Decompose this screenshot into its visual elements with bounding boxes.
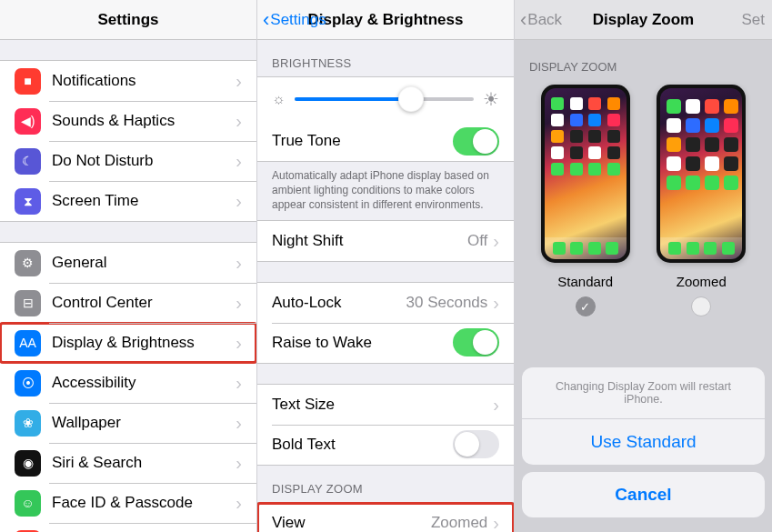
row-label: Sounds & Haptics [52, 112, 236, 130]
row-label: Control Center [52, 294, 236, 312]
faceid-icon: ☺ [15, 490, 41, 517]
chevron-right-icon: › [236, 334, 242, 352]
settings-row-siri-search[interactable]: ◉Siri & Search› [0, 443, 256, 483]
text-size-row[interactable]: Text Size › [257, 385, 514, 425]
standard-label: Standard [557, 274, 613, 289]
row-label: Screen Time [52, 192, 236, 210]
row-label: General [52, 254, 236, 272]
row-label: Display & Brightness [52, 334, 236, 352]
back-label: Back [527, 11, 562, 29]
row-label: Wallpaper [52, 414, 236, 432]
bold-text-toggle[interactable] [453, 430, 499, 458]
brightness-header: BRIGHTNESS [257, 40, 514, 76]
true-tone-toggle[interactable] [453, 127, 499, 156]
settings-row-control-center[interactable]: ⊟Control Center› [0, 283, 256, 323]
brightness-slider-row: ☼ ☀ [257, 77, 514, 121]
view-label: View [272, 514, 431, 532]
chevron-right-icon: › [493, 396, 499, 414]
back-button[interactable]: ‹ Back [520, 10, 562, 30]
back-button[interactable]: ‹ Settings [263, 10, 326, 30]
bold-text-label: Bold Text [272, 436, 453, 454]
chevron-right-icon: › [493, 514, 499, 532]
chevron-right-icon: › [236, 494, 242, 512]
use-standard-button[interactable]: Use Standard [522, 419, 765, 465]
auto-lock-row[interactable]: Auto-Lock 30 Seconds › [257, 283, 514, 323]
zoomed-radio[interactable] [691, 296, 711, 316]
control-icon: ⊟ [15, 290, 41, 316]
settings-row-notifications[interactable]: ■Notifications› [0, 61, 256, 101]
aa-icon: AA [15, 330, 41, 356]
accessibility-icon: ⦿ [15, 370, 41, 396]
view-value: Zoomed [431, 514, 487, 532]
chevron-right-icon: › [236, 192, 242, 210]
gear-icon: ⚙ [15, 250, 41, 276]
zoom-previews: Standard Zoomed [515, 81, 772, 324]
settings-row-do-not-disturb[interactable]: ☾Do Not Disturb› [0, 141, 256, 181]
settings-row-face-id-passcode[interactable]: ☺Face ID & Passcode› [0, 483, 256, 523]
speaker-icon: ◀) [15, 108, 41, 135]
settings-row-screen-time[interactable]: ⧗Screen Time› [0, 181, 256, 221]
display-zoom-section-header: DISPLAY ZOOM [515, 40, 772, 81]
text-size-label: Text Size [272, 396, 493, 414]
settings-scroll[interactable]: ■Notifications›◀)Sounds & Haptics›☾Do No… [0, 40, 256, 532]
settings-row-wallpaper[interactable]: ❀Wallpaper› [0, 403, 256, 443]
standard-radio[interactable] [576, 296, 596, 316]
nav-bar: Settings [0, 0, 256, 40]
zoomed-preview[interactable]: Zoomed [657, 85, 746, 316]
raise-to-wake-row: Raise to Wake [257, 323, 514, 363]
bold-text-row: Bold Text [257, 425, 514, 465]
row-label: Accessibility [52, 374, 236, 392]
row-label: Face ID & Passcode [52, 494, 236, 512]
standard-preview[interactable]: Standard [541, 85, 630, 316]
brightness-slider[interactable] [295, 86, 474, 112]
settings-row-accessibility[interactable]: ⦿Accessibility› [0, 363, 256, 403]
chevron-right-icon: › [236, 374, 242, 392]
chevron-right-icon: › [236, 152, 242, 170]
nav-bar: ‹ Back Display Zoom Set [515, 0, 772, 40]
sun-high-icon: ☀ [483, 88, 499, 110]
display-zoom-pane: ‹ Back Display Zoom Set DISPLAY ZOOM Sta… [515, 0, 772, 532]
settings-row-general[interactable]: ⚙General› [0, 243, 256, 283]
zoomed-label: Zoomed [677, 274, 727, 289]
hourglass-icon: ⧗ [15, 188, 41, 215]
settings-row-display-brightness[interactable]: AADisplay & Brightness› [0, 323, 256, 363]
brightness-scroll[interactable]: BRIGHTNESS ☼ ☀ True Tone Automatically a… [257, 40, 514, 532]
nav-title: Settings [0, 11, 256, 29]
chevron-right-icon: › [493, 294, 499, 312]
set-button[interactable]: Set [741, 11, 765, 29]
display-zoom-header: DISPLAY ZOOM [257, 466, 514, 502]
settings-row-emergency-sos[interactable]: SOSEmergency SOS› [0, 523, 256, 532]
chevron-right-icon: › [236, 254, 242, 272]
action-sheet: Changing Display Zoom will restart iPhon… [515, 360, 772, 532]
chevron-left-icon: ‹ [520, 10, 526, 30]
true-tone-label: True Tone [272, 132, 453, 150]
chevron-right-icon: › [236, 72, 242, 90]
night-shift-row[interactable]: Night Shift Off › [257, 221, 514, 261]
row-label: Notifications [52, 72, 236, 90]
night-shift-value: Off [467, 232, 487, 250]
auto-lock-value: 30 Seconds [406, 294, 488, 312]
cancel-button[interactable]: Cancel [522, 472, 765, 517]
moon-icon: ☾ [15, 148, 41, 175]
view-row[interactable]: View Zoomed › [257, 503, 514, 532]
settings-row-sounds-haptics[interactable]: ◀)Sounds & Haptics› [0, 101, 256, 141]
chevron-right-icon: › [236, 294, 242, 312]
raise-to-wake-label: Raise to Wake [272, 334, 453, 352]
settings-pane: Settings ■Notifications›◀)Sounds & Hapti… [0, 0, 257, 532]
chevron-right-icon: › [236, 454, 242, 472]
chevron-right-icon: › [493, 232, 499, 250]
chevron-right-icon: › [236, 414, 242, 432]
raise-to-wake-toggle[interactable] [453, 328, 499, 356]
auto-lock-label: Auto-Lock [272, 294, 406, 312]
chevron-right-icon: › [236, 112, 242, 130]
bell-icon: ■ [15, 68, 41, 95]
sheet-message: Changing Display Zoom will restart iPhon… [522, 367, 765, 419]
back-label: Settings [270, 11, 326, 29]
chevron-left-icon: ‹ [263, 10, 269, 30]
wallpaper-icon: ❀ [15, 410, 41, 437]
row-label: Do Not Disturb [52, 152, 236, 170]
display-brightness-pane: ‹ Settings Display & Brightness BRIGHTNE… [257, 0, 515, 532]
siri-icon: ◉ [15, 450, 41, 477]
nav-bar: ‹ Settings Display & Brightness [257, 0, 514, 40]
true-tone-row: True Tone [257, 121, 514, 161]
